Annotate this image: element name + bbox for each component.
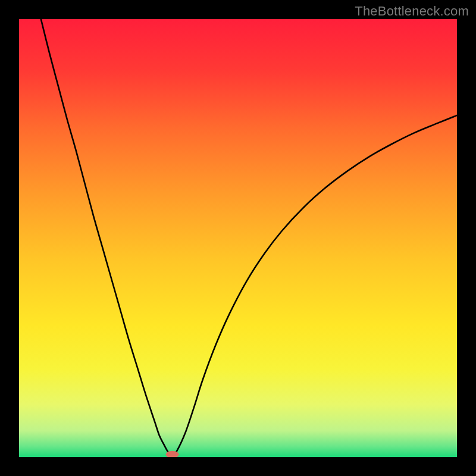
gradient-background xyxy=(19,19,457,457)
watermark-text: TheBottleneck.com xyxy=(355,4,469,19)
chart-svg xyxy=(19,19,457,457)
chart-frame: TheBottleneck.com xyxy=(0,0,476,476)
plot-area xyxy=(19,19,457,457)
